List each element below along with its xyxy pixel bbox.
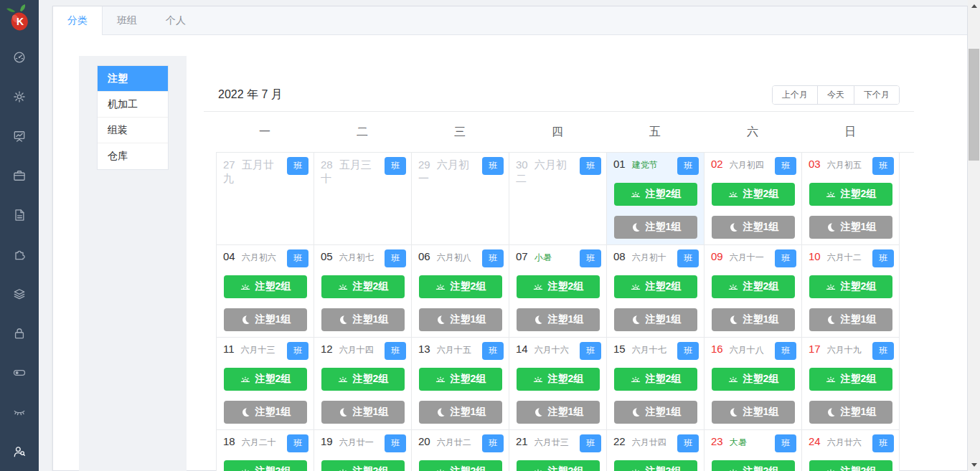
night-shift-button[interactable]: 注塑1组 <box>419 308 502 331</box>
scrollbar-thumb[interactable] <box>969 49 979 161</box>
shift-type-badge[interactable]: 班 <box>287 342 308 360</box>
day-shift-button[interactable]: 注塑2组 <box>712 183 795 206</box>
shift-type-badge[interactable]: 班 <box>287 157 308 175</box>
night-shift-button[interactable]: 注塑1组 <box>809 216 892 239</box>
day-shift-button[interactable]: 注塑2组 <box>809 183 892 206</box>
day-shift-button[interactable]: 注塑2组 <box>517 368 600 391</box>
shift-type-badge[interactable]: 班 <box>677 342 699 360</box>
night-shift-button[interactable]: 注塑1组 <box>517 308 600 331</box>
tab-team[interactable]: 班组 <box>103 6 151 34</box>
category-item[interactable]: 注塑 <box>98 66 168 92</box>
calendar-day-cell[interactable]: 07小暑班注塑2组注塑1组 <box>509 245 607 338</box>
day-shift-button[interactable]: 注塑2组 <box>614 183 697 206</box>
night-shift-button[interactable]: 注塑1组 <box>517 401 600 424</box>
shift-type-badge[interactable]: 班 <box>385 157 406 175</box>
tab-personal[interactable]: 个人 <box>151 6 200 34</box>
calendar-day-cell[interactable]: 24六月廿六班注塑2组注塑1组 <box>802 430 900 471</box>
night-shift-button[interactable]: 注塑1组 <box>224 308 307 331</box>
shift-type-badge[interactable]: 班 <box>385 434 406 452</box>
category-item[interactable]: 机加工 <box>98 92 168 118</box>
today-button[interactable]: 今天 <box>817 86 854 104</box>
toggle-icon[interactable] <box>0 353 39 392</box>
shift-type-badge[interactable]: 班 <box>677 157 699 175</box>
user-search-icon[interactable] <box>0 432 39 471</box>
calendar-day-cell[interactable]: 19六月廿一班注塑2组注塑1组 <box>314 430 412 471</box>
shift-type-badge[interactable]: 班 <box>872 249 894 267</box>
vertical-scrollbar[interactable] <box>968 0 980 471</box>
day-shift-button[interactable]: 注塑2组 <box>809 368 892 391</box>
calendar-day-cell[interactable]: 09六月十一班注塑2组注塑1组 <box>705 245 802 338</box>
calendar-day-cell[interactable]: 30六月初二班 <box>509 153 607 245</box>
night-shift-button[interactable]: 注塑1组 <box>614 308 697 331</box>
calendar-day-cell[interactable]: 23大暑班注塑2组注塑1组 <box>705 430 802 471</box>
calendar-day-cell[interactable]: 17六月十九班注塑2组注塑1组 <box>802 338 900 430</box>
shift-type-badge[interactable]: 班 <box>482 157 504 175</box>
night-shift-button[interactable]: 注塑1组 <box>224 401 307 424</box>
night-shift-button[interactable]: 注塑1组 <box>321 401 405 424</box>
day-shift-button[interactable]: 注塑2组 <box>321 275 405 298</box>
night-shift-button[interactable]: 注塑1组 <box>712 308 795 331</box>
night-shift-button[interactable]: 注塑1组 <box>809 308 892 331</box>
calendar-day-cell[interactable]: 16六月十八班注塑2组注塑1组 <box>705 338 802 430</box>
day-shift-button[interactable]: 注塑2组 <box>614 460 697 471</box>
day-shift-button[interactable]: 注塑2组 <box>614 368 697 391</box>
calendar-day-cell[interactable]: 04六月初六班注塑2组注塑1组 <box>217 245 314 338</box>
night-shift-button[interactable]: 注塑1组 <box>809 401 892 424</box>
shift-type-badge[interactable]: 班 <box>287 434 308 452</box>
document-icon[interactable] <box>0 195 39 234</box>
calendar-day-cell[interactable]: 20六月廿二班注塑2组注塑1组 <box>412 430 509 471</box>
calendar-day-cell[interactable]: 10六月十二班注塑2组注塑1组 <box>802 245 900 338</box>
calendar-day-cell[interactable]: 14六月十六班注塑2组注塑1组 <box>509 338 607 430</box>
day-shift-button[interactable]: 注塑2组 <box>419 460 502 471</box>
calendar-day-cell[interactable]: 29六月初一班 <box>412 153 509 245</box>
shift-type-badge[interactable]: 班 <box>580 249 601 267</box>
calendar-day-cell[interactable]: 21六月廿三班注塑2组注塑1组 <box>509 430 607 471</box>
briefcase-icon[interactable] <box>0 156 39 195</box>
calendar-day-cell[interactable]: 11六月十三班注塑2组注塑1组 <box>217 338 314 430</box>
settings-gear-icon[interactable] <box>0 77 39 116</box>
lock-icon[interactable] <box>0 313 39 353</box>
day-shift-button[interactable]: 注塑2组 <box>614 275 697 298</box>
shift-type-badge[interactable]: 班 <box>775 342 796 360</box>
shift-type-badge[interactable]: 班 <box>482 342 504 360</box>
shift-type-badge[interactable]: 班 <box>580 342 601 360</box>
chart-board-icon[interactable] <box>0 116 39 156</box>
day-shift-button[interactable]: 注塑2组 <box>517 460 600 471</box>
calendar-day-cell[interactable]: 12六月十四班注塑2组注塑1组 <box>314 338 412 430</box>
calendar-day-cell[interactable]: 05六月初七班注塑2组注塑1组 <box>314 245 412 338</box>
scrollbar-down-arrow-icon[interactable] <box>968 459 980 471</box>
night-shift-button[interactable]: 注塑1组 <box>712 401 795 424</box>
calendar-day-cell[interactable]: 01建党节班注塑2组注塑1组 <box>607 153 705 245</box>
layers-icon[interactable] <box>0 274 39 313</box>
eye-closed-icon[interactable] <box>0 392 39 432</box>
day-shift-button[interactable]: 注塑2组 <box>517 275 600 298</box>
shift-type-badge[interactable]: 班 <box>482 249 504 267</box>
day-shift-button[interactable]: 注塑2组 <box>809 275 892 298</box>
day-shift-button[interactable]: 注塑2组 <box>321 368 405 391</box>
calendar-day-cell[interactable]: 02六月初四班注塑2组注塑1组 <box>705 153 802 245</box>
day-shift-button[interactable]: 注塑2组 <box>712 460 795 471</box>
shift-type-badge[interactable]: 班 <box>872 157 894 175</box>
day-shift-button[interactable]: 注塑2组 <box>712 368 795 391</box>
day-shift-button[interactable]: 注塑2组 <box>809 460 892 471</box>
calendar-day-cell[interactable]: 13六月十五班注塑2组注塑1组 <box>412 338 509 430</box>
calendar-day-cell[interactable]: 15六月十七班注塑2组注塑1组 <box>607 338 705 430</box>
shift-type-badge[interactable]: 班 <box>482 434 504 452</box>
shift-type-badge[interactable]: 班 <box>677 434 699 452</box>
dashboard-icon[interactable] <box>0 37 39 77</box>
day-shift-button[interactable]: 注塑2组 <box>419 275 502 298</box>
shift-type-badge[interactable]: 班 <box>287 249 308 267</box>
shift-type-badge[interactable]: 班 <box>872 434 894 452</box>
night-shift-button[interactable]: 注塑1组 <box>614 216 697 239</box>
shift-type-badge[interactable]: 班 <box>775 157 796 175</box>
prev-month-button[interactable]: 上个月 <box>773 86 817 104</box>
next-month-button[interactable]: 下个月 <box>854 86 899 104</box>
shift-type-badge[interactable]: 班 <box>677 249 699 267</box>
shift-type-badge[interactable]: 班 <box>775 249 796 267</box>
shift-type-badge[interactable]: 班 <box>580 434 601 452</box>
scrollbar-up-arrow-icon[interactable] <box>968 0 980 12</box>
calendar-day-cell[interactable]: 03六月初五班注塑2组注塑1组 <box>802 153 900 245</box>
day-shift-button[interactable]: 注塑2组 <box>419 368 502 391</box>
night-shift-button[interactable]: 注塑1组 <box>614 401 697 424</box>
day-shift-button[interactable]: 注塑2组 <box>712 275 795 298</box>
